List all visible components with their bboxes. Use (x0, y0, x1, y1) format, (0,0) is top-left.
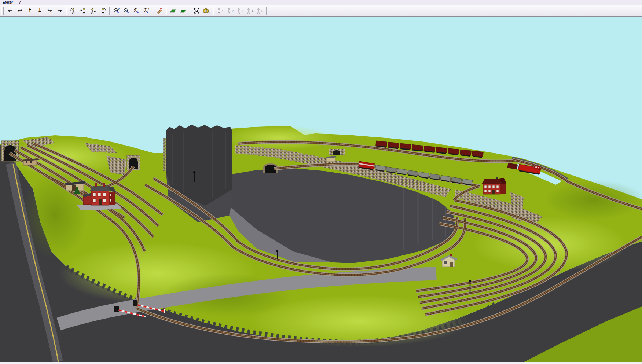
zoom-out-icon: − (123, 8, 130, 14)
toolbar-separator (66, 7, 67, 15)
menu-help[interactable]: ? (16, 0, 24, 5)
observer-lower-icon (90, 8, 96, 14)
fullscreen-button[interactable] (192, 7, 201, 15)
arrow-left-icon: ← (8, 8, 12, 14)
svg-text:−: − (125, 8, 126, 12)
person-gray-icon (236, 8, 241, 14)
observer-raise-icon (80, 8, 86, 14)
turn-left-button[interactable]: ↩ (15, 7, 25, 15)
person-gray-icon (227, 8, 231, 14)
arrow-right-icon: → (57, 8, 62, 14)
zoom-in-fast-button[interactable]: + 2 (142, 7, 151, 15)
toolbar-grip[interactable] (1, 7, 4, 15)
observer-raise-button[interactable] (78, 7, 88, 15)
right-red-house (482, 177, 507, 194)
toolbar: ← ↩ ↑ ↓ ↪ → (0, 5, 642, 17)
arrow-up-icon: ↑ (27, 8, 32, 14)
observer-rotate-left-icon (70, 8, 76, 14)
observer-rotate-right-icon (100, 8, 106, 14)
zoom-in-button[interactable]: + (132, 7, 141, 15)
view-number: 2 (232, 9, 234, 13)
arrow-down-icon: ↓ (37, 8, 42, 14)
toolbar-separator (190, 7, 190, 15)
zoom-in-fast-icon: + 2 (143, 8, 150, 14)
3d-viewport[interactable] (0, 17, 642, 362)
pan-left-button[interactable]: ← (5, 7, 15, 15)
snapshot-camera-button[interactable]: ? (202, 7, 211, 15)
pan-right-button[interactable]: → (55, 7, 64, 15)
zoom-out-fast-icon: − 2 (113, 8, 120, 14)
terrain-surface-icon (170, 8, 176, 14)
arrow-turn-left-icon: ↩ (18, 8, 22, 14)
toolbar-separator (266, 7, 267, 15)
observer-rotate-right-button[interactable] (98, 7, 107, 15)
toolbar-separator (213, 7, 214, 15)
svg-text:+: + (135, 8, 136, 12)
view-number: 4 (252, 9, 253, 13)
toolbar-separator (166, 7, 167, 15)
menu-bar: Efekty ? (0, 0, 642, 5)
camera-view-2-button[interactable]: 2 (225, 7, 235, 15)
zoom-out-button[interactable]: − (122, 7, 131, 15)
window-bottom-strip (0, 362, 642, 364)
turn-right-button[interactable]: ↪ (45, 7, 54, 15)
observer-lower-button[interactable] (88, 7, 98, 15)
terrain-texture-tool-button[interactable] (179, 7, 188, 15)
fullscreen-icon (194, 8, 200, 14)
pan-up-button[interactable]: ↑ (25, 7, 34, 15)
pan-down-button[interactable]: ↓ (35, 7, 44, 15)
person-gray-icon (256, 8, 261, 14)
view-number: 1 (222, 9, 224, 13)
menu-efekty[interactable]: Efekty (0, 0, 16, 5)
svg-text:2: 2 (118, 8, 120, 10)
toolbar-separator (109, 7, 110, 15)
zoom-out-fast-button[interactable]: − 2 (112, 7, 121, 15)
person-gray-icon (217, 8, 221, 14)
zoom-in-icon: + (133, 8, 140, 14)
camera-view-4-button[interactable]: 4 (245, 7, 254, 15)
signal-track-icon (157, 8, 163, 14)
camera-view-1-button[interactable]: 1 (216, 7, 225, 15)
toolbar-separator (153, 7, 153, 15)
arrow-turn-right-icon: ↪ (47, 8, 52, 14)
stone-viaduct (329, 149, 345, 155)
view-number: 3 (242, 9, 243, 13)
observer-rotate-left-button[interactable] (69, 7, 78, 15)
camera-view-5-button[interactable]: 5 (255, 7, 264, 15)
svg-text:?: ? (208, 11, 210, 14)
layout-scene (0, 17, 642, 362)
signal-track-tool-button[interactable] (155, 7, 164, 15)
terrain-texture-icon (180, 8, 186, 14)
svg-text:−: − (115, 8, 117, 12)
camera-icon: ? (203, 8, 210, 14)
svg-text:+: + (144, 8, 146, 12)
view-number: 5 (261, 9, 263, 13)
person-gray-icon (246, 8, 251, 14)
svg-text:2: 2 (148, 8, 149, 10)
terrain-surface-tool-button[interactable] (169, 7, 178, 15)
camera-view-3-button[interactable]: 3 (235, 7, 245, 15)
